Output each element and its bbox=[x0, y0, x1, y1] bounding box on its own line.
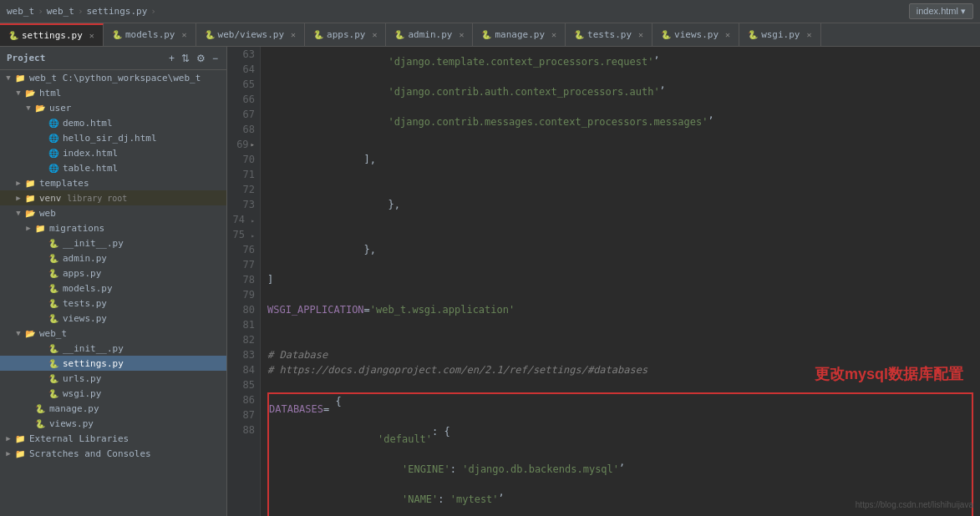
tab-apps-py[interactable]: 🐍 apps.py ✕ bbox=[305, 23, 386, 46]
sidebar-add-button[interactable]: + bbox=[167, 51, 176, 66]
tab-close-tests[interactable]: ✕ bbox=[638, 30, 643, 39]
ln-86: 86 bbox=[227, 392, 255, 407]
arrow-scratches: ▶ bbox=[3, 449, 13, 458]
sidebar-item-manage-py[interactable]: 🐍 manage.py bbox=[0, 401, 226, 416]
ln-74: 74 ▸ bbox=[227, 212, 255, 227]
sidebar-item-views-py[interactable]: 🐍 views.py bbox=[0, 311, 226, 326]
sidebar-label-venv: venv library root bbox=[39, 193, 127, 204]
tab-manage-py[interactable]: 🐍 manage.py ✕ bbox=[473, 23, 566, 46]
ln-70: 70 bbox=[227, 152, 255, 167]
code-line-77: DATABASES = { bbox=[269, 394, 972, 424]
ln-87: 87 bbox=[227, 407, 255, 422]
tab-close-apps[interactable]: ✕ bbox=[372, 30, 377, 39]
tab-close-wsgi[interactable]: ✕ bbox=[806, 30, 811, 39]
arrow-user: ▼ bbox=[23, 104, 33, 112]
tab-settings-py[interactable]: 🐍 settings.py ✕ bbox=[0, 23, 104, 46]
sidebar-item-settings-py[interactable]: 🐍 settings.py bbox=[0, 356, 226, 371]
watermark-text: https://blog.csdn.net/lishihuijava bbox=[856, 500, 973, 509]
tab-close-models[interactable]: ✕ bbox=[182, 30, 187, 39]
sidebar-item-hello-html[interactable]: 🌐 hello_sir_dj.html bbox=[0, 130, 226, 145]
ln-63: 63 bbox=[227, 47, 255, 62]
sidebar-item-user[interactable]: ▼ 📂 user bbox=[0, 100, 226, 115]
breadcrumb-web_t2[interactable]: web_t bbox=[47, 6, 74, 17]
sidebar-sync-button[interactable]: ⇅ bbox=[180, 51, 191, 66]
tab-models-py[interactable]: 🐍 models.py ✕ bbox=[104, 23, 196, 46]
sidebar-item-index-html[interactable]: 🌐 index.html bbox=[0, 145, 226, 160]
code-line-64: 'django.contrib.auth.context_processors.… bbox=[267, 77, 973, 107]
ln-88: 88 bbox=[227, 422, 255, 438]
folder-icon-web_t: 📂 bbox=[23, 326, 37, 340]
sidebar-item-admin-py[interactable]: 🐍 admin.py bbox=[0, 250, 226, 266]
tab-close-admin[interactable]: ✕ bbox=[459, 30, 464, 39]
sidebar-settings-button[interactable]: ⚙ bbox=[195, 51, 207, 66]
sidebar-item-apps-py[interactable]: 🐍 apps.py bbox=[0, 266, 226, 281]
main-layout: Project + ⇅ ⚙ − ▼ 📁 web_t C:\python_work… bbox=[0, 47, 980, 516]
sidebar-item-html[interactable]: ▼ 📂 html bbox=[0, 85, 226, 100]
sidebar-item-templates[interactable]: ▶ 📁 templates bbox=[0, 175, 226, 190]
sidebar-header: Project + ⇅ ⚙ − bbox=[0, 47, 226, 70]
sidebar-item-init-web[interactable]: 🐍 __init__.py bbox=[0, 235, 226, 250]
sidebar-item-init-web_t[interactable]: 🐍 __init__.py bbox=[0, 341, 226, 356]
tab-wsgi-py[interactable]: 🐍 wsgi.py ✕ bbox=[739, 23, 820, 46]
tab-webviews-py[interactable]: 🐍 web/views.py ✕ bbox=[196, 23, 306, 46]
py-icon-init-web: 🐍 bbox=[47, 236, 60, 250]
sidebar-item-table-html[interactable]: 🌐 table.html bbox=[0, 160, 226, 175]
sidebar-item-views2-py[interactable]: 🐍 views.py bbox=[0, 416, 226, 431]
arrow-templates: ▶ bbox=[13, 179, 23, 187]
code-line-67: }, bbox=[267, 182, 973, 227]
sidebar-label-web_t-root: web_t C:\python_workspace\web_t bbox=[29, 73, 201, 83]
sidebar-item-tests-py[interactable]: 🐍 tests.py bbox=[0, 296, 226, 311]
py-icon-init-web_t: 🐍 bbox=[47, 341, 60, 355]
py-icon-views-web: 🐍 bbox=[47, 311, 60, 325]
tab-tests-py[interactable]: 🐍 tests.py ✕ bbox=[566, 23, 652, 46]
ln-79: 79 bbox=[227, 287, 255, 302]
tab-close-manage[interactable]: ✕ bbox=[551, 30, 556, 39]
sidebar-label-apps-py: apps.py bbox=[63, 268, 101, 279]
py-icon-settings: 🐍 bbox=[47, 357, 60, 370]
arrow-venv: ▶ bbox=[13, 194, 23, 202]
sidebar-label-migrations: migrations bbox=[49, 223, 104, 234]
sidebar-item-venv[interactable]: ▶ 📁 venv library root bbox=[0, 190, 226, 205]
breadcrumb: web_t › web_t › settings.py › bbox=[7, 6, 156, 17]
tab-close-settings[interactable]: ✕ bbox=[89, 31, 94, 40]
sidebar-label-models-py: models.py bbox=[63, 283, 113, 294]
index-html-button[interactable]: index.html ▾ bbox=[909, 3, 973, 19]
sidebar-item-web_t-root[interactable]: ▼ 📁 web_t C:\python_workspace\web_t bbox=[0, 70, 226, 85]
tab-close-views[interactable]: ✕ bbox=[725, 30, 730, 39]
sidebar-item-wsgi-py[interactable]: 🐍 wsgi.py bbox=[0, 386, 226, 401]
sidebar-item-urls-py[interactable]: 🐍 urls.py bbox=[0, 371, 226, 386]
ln-84: 84 bbox=[227, 362, 255, 377]
sidebar-item-web[interactable]: ▼ 📂 web bbox=[0, 205, 226, 220]
sidebar-item-models-py[interactable]: 🐍 models.py bbox=[0, 281, 226, 296]
py-icon-models: 🐍 bbox=[47, 281, 60, 295]
sidebar-item-web_t-folder[interactable]: ▼ 📂 web_t bbox=[0, 326, 226, 341]
py-icon-wsgi: 🐍 bbox=[47, 387, 60, 400]
sidebar-label-table-html: table.html bbox=[63, 163, 118, 174]
sidebar-label-html: html bbox=[39, 88, 62, 99]
arrow-web_t-root: ▼ bbox=[3, 73, 13, 82]
sidebar-label-tests-py: tests.py bbox=[63, 298, 107, 309]
sidebar-item-demo-html[interactable]: 🌐 demo.html bbox=[0, 115, 226, 130]
sidebar-label-web_t-folder: web_t bbox=[39, 328, 67, 339]
ln-76: 76 bbox=[227, 242, 255, 257]
code-content[interactable]: 'django.template.context_processors.requ… bbox=[261, 47, 980, 516]
sidebar-item-scratches[interactable]: ▶ 📁 Scratches and Consoles bbox=[0, 446, 226, 461]
code-area[interactable]: 63 64 65 66 67 68 69 ▸ 70 71 72 73 74 ▸ … bbox=[227, 47, 980, 516]
tab-icon-admin: 🐍 bbox=[394, 30, 404, 39]
tab-views-py[interactable]: 🐍 views.py ✕ bbox=[652, 23, 739, 46]
tab-close-webviews[interactable]: ✕ bbox=[291, 30, 296, 39]
arrow-html: ▼ bbox=[13, 89, 23, 97]
ln-73: 73 bbox=[227, 197, 255, 212]
tab-label-manage: manage.py bbox=[495, 29, 545, 40]
sidebar-item-external-libs[interactable]: ▶ 📁 External Libraries bbox=[0, 431, 226, 446]
tab-admin-py[interactable]: 🐍 admin.py ✕ bbox=[386, 23, 473, 46]
sidebar-item-migrations[interactable]: ▶ 📁 migrations bbox=[0, 220, 226, 235]
sidebar-collapse-button[interactable]: − bbox=[211, 51, 220, 66]
breadcrumb-settings[interactable]: settings.py bbox=[87, 6, 148, 17]
ln-71: 71 bbox=[227, 167, 255, 182]
sidebar-label-settings-py: settings.py bbox=[63, 358, 124, 369]
code-line-68: }, bbox=[267, 227, 973, 272]
code-line-74: # Database bbox=[267, 347, 973, 362]
breadcrumb-web_t[interactable]: web_t bbox=[7, 6, 34, 17]
ln-75: 75 ▸ bbox=[227, 227, 255, 242]
